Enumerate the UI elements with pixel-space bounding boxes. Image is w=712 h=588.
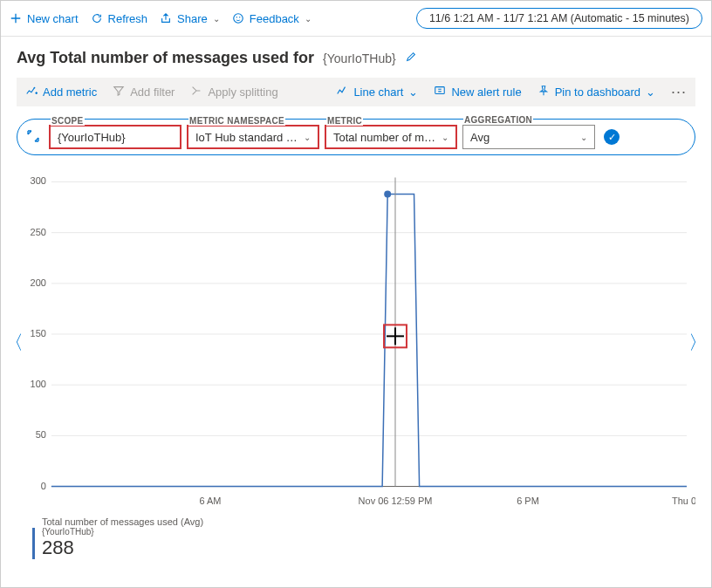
chevron-down-icon: ⌄	[442, 133, 448, 142]
metric-toolbar: Add metric Add filter Apply splitting Li…	[17, 78, 695, 106]
time-range-text: 11/6 1:21 AM - 11/7 1:21 AM (Automatic -…	[429, 12, 689, 24]
add-metric-label: Add metric	[43, 85, 97, 99]
svg-text:100: 100	[31, 379, 46, 389]
metric-selector[interactable]: METRIC Total number of me... ⌄	[325, 125, 457, 149]
svg-point-3	[34, 87, 36, 89]
chart-type-label: Line chart	[353, 85, 403, 99]
split-icon	[190, 85, 202, 99]
page-subtitle: {YourIoTHub}	[323, 51, 396, 65]
svg-text:Nov 06 12:59 PM: Nov 06 12:59 PM	[359, 496, 433, 506]
legend-resource-name: {YourIoTHub}	[42, 527, 203, 537]
add-metric-icon	[25, 85, 38, 99]
metric-config-bar: SCOPE {YourIoTHub} METRIC NAMESPACE IoT …	[17, 119, 695, 155]
pin-button[interactable]: Pin to dashboard ⌄	[537, 85, 655, 99]
namespace-value: IoT Hub standard m...	[195, 131, 298, 144]
svg-point-1	[236, 17, 236, 17]
alert-icon	[434, 85, 446, 99]
svg-point-0	[234, 14, 243, 24]
line-chart[interactable]: 0501001502002503006 AMNov 06 12:59 PM6 P…	[17, 173, 695, 513]
page-title: Avg Total number of messages used for	[17, 49, 314, 67]
svg-text:50: 50	[36, 429, 46, 440]
smiley-icon	[232, 12, 244, 24]
chevron-down-icon: ⌄	[408, 85, 418, 99]
chart-area: 〈 〉 0501001502002503006 AMNov 06 12:59 P…	[17, 173, 695, 513]
filter-icon	[113, 85, 125, 99]
svg-text:200: 200	[31, 277, 46, 288]
apply-splitting-label: Apply splitting	[208, 85, 277, 99]
add-metric-button[interactable]: Add metric	[25, 85, 97, 99]
chevron-down-icon: ⌄	[580, 133, 587, 142]
svg-point-25	[384, 190, 391, 197]
top-toolbar: New chart Refresh Share ⌄ Feedback ⌄ 11/…	[1, 1, 711, 37]
metric-value: Total number of me...	[333, 131, 436, 144]
new-alert-label: New alert rule	[451, 85, 521, 99]
svg-text:0: 0	[41, 481, 46, 491]
scope-selector[interactable]: SCOPE {YourIoTHub}	[49, 125, 181, 149]
edit-icon[interactable]	[405, 51, 417, 65]
svg-text:150: 150	[31, 328, 46, 338]
chevron-down-icon: ⌄	[646, 85, 655, 99]
feedback-label: Feedback	[250, 12, 299, 25]
chart-type-button[interactable]: Line chart ⌄	[336, 85, 418, 99]
svg-text:300: 300	[31, 175, 46, 186]
refresh-button[interactable]: Refresh	[91, 12, 148, 25]
svg-rect-4	[435, 87, 445, 94]
chevron-down-icon: ⌄	[305, 14, 312, 24]
line-chart-icon	[336, 85, 348, 99]
add-filter-button[interactable]: Add filter	[113, 85, 175, 99]
refresh-icon	[91, 12, 103, 24]
new-chart-label: New chart	[27, 12, 79, 25]
pin-icon	[537, 85, 550, 99]
scope-label: SCOPE	[51, 116, 85, 126]
new-alert-button[interactable]: New alert rule	[434, 85, 521, 99]
aggregation-value: Avg	[470, 131, 575, 144]
add-filter-label: Add filter	[130, 85, 175, 99]
pin-label: Pin to dashboard	[555, 85, 640, 99]
expand-icon[interactable]	[26, 129, 40, 146]
more-menu-button[interactable]: ···	[671, 83, 687, 101]
svg-point-2	[239, 17, 240, 17]
chart-legend: Total number of messages used (Avg) {You…	[32, 516, 695, 559]
chevron-down-icon: ⌄	[304, 133, 311, 142]
next-chart-button[interactable]: 〉	[688, 330, 708, 356]
time-range-picker[interactable]: 11/6 1:21 AM - 11/7 1:21 AM (Automatic -…	[416, 8, 702, 29]
share-button[interactable]: Share ⌄	[160, 12, 220, 25]
share-icon	[160, 12, 172, 24]
svg-text:6 AM: 6 AM	[199, 496, 221, 506]
legend-color-bar	[32, 528, 35, 559]
svg-text:Thu 07: Thu 07	[672, 496, 695, 506]
legend-series-name: Total number of messages used (Avg)	[42, 516, 203, 527]
feedback-button[interactable]: Feedback ⌄	[232, 12, 312, 25]
metric-label: METRIC	[326, 116, 363, 126]
namespace-label: METRIC NAMESPACE	[188, 116, 285, 126]
confirm-badge[interactable]: ✓	[604, 129, 620, 145]
scope-value: {YourIoTHub}	[58, 131, 173, 144]
share-label: Share	[177, 12, 208, 25]
apply-splitting-button[interactable]: Apply splitting	[190, 85, 277, 99]
chevron-down-icon: ⌄	[213, 14, 220, 24]
svg-text:250: 250	[31, 227, 46, 237]
title-row: Avg Total number of messages used for {Y…	[1, 37, 711, 78]
aggregation-label: AGGREGATION	[463, 115, 533, 125]
namespace-selector[interactable]: METRIC NAMESPACE IoT Hub standard m... ⌄	[187, 125, 319, 149]
prev-chart-button[interactable]: 〈	[4, 330, 24, 356]
new-chart-button[interactable]: New chart	[10, 12, 79, 25]
aggregation-selector[interactable]: AGGREGATION Avg ⌄	[462, 125, 595, 149]
svg-text:6 PM: 6 PM	[517, 496, 539, 506]
refresh-label: Refresh	[108, 12, 148, 25]
plus-icon	[10, 12, 22, 24]
legend-value: 288	[42, 537, 203, 559]
